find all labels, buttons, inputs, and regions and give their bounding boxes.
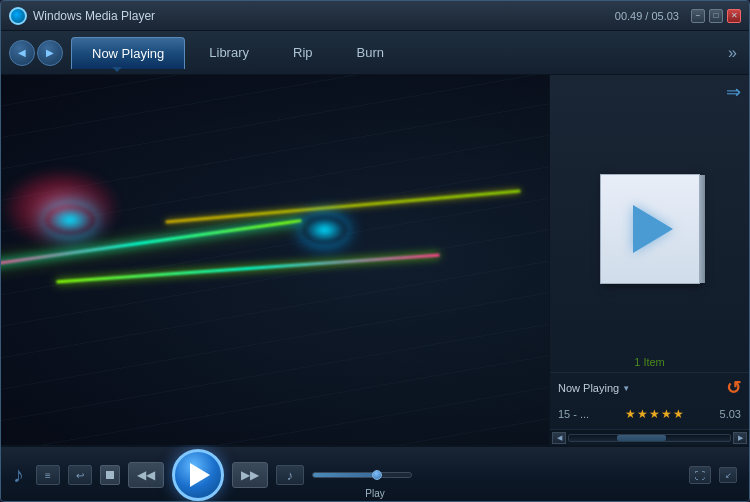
tab-now-playing[interactable]: Now Playing — [71, 37, 185, 69]
back-button[interactable]: ◀ — [9, 40, 35, 66]
chevron-down-icon: ▼ — [622, 384, 630, 393]
stop-button[interactable] — [100, 465, 120, 485]
star-2: ★ — [637, 407, 648, 421]
mini-mode-button[interactable]: ↙ — [719, 467, 737, 483]
track-row: 15 - ... ★ ★ ★ ★ ★ 5.03 — [550, 403, 749, 429]
sidebar-panel: ⇒ 1 Item Now Playing ▼ ↺ 15 - ... ★ ★ — [549, 75, 749, 445]
title-bar-right: 00.49 / 05.03 − □ ✕ — [615, 9, 741, 23]
play-icon — [190, 463, 210, 487]
visualization-canvas — [1, 75, 549, 445]
repeat-button[interactable]: ↩ — [68, 465, 92, 485]
scroll-thumb — [617, 435, 665, 441]
volume-fill — [313, 473, 377, 477]
tab-rip[interactable]: Rip — [273, 37, 333, 69]
play-button[interactable] — [172, 449, 224, 501]
tab-burn[interactable]: Burn — [337, 37, 404, 69]
main-area: ⇒ 1 Item Now Playing ▼ ↺ 15 - ... ★ ★ — [1, 75, 749, 445]
previous-button[interactable]: ◀◀ — [128, 462, 164, 488]
volume-button[interactable]: ♪ — [276, 465, 304, 485]
shuffle-button[interactable]: ↺ — [726, 377, 741, 399]
sidebar-top: ⇒ — [550, 75, 749, 107]
stop-icon — [106, 471, 114, 479]
app-title: Windows Media Player — [33, 9, 155, 23]
album-play-icon — [633, 205, 673, 253]
title-bar: Windows Media Player 00.49 / 05.03 − □ ✕ — [1, 1, 749, 31]
title-bar-left: Windows Media Player — [9, 7, 155, 25]
app-window: Windows Media Player 00.49 / 05.03 − □ ✕… — [0, 0, 750, 502]
sidebar-expand-icon[interactable]: ⇒ — [726, 81, 741, 103]
item-count: 1 Item — [550, 350, 749, 372]
fullscreen-button[interactable]: ⛶ — [689, 466, 711, 484]
window-controls: − □ ✕ — [691, 9, 741, 23]
now-playing-dropdown[interactable]: Now Playing ▼ — [558, 382, 630, 394]
tab-library[interactable]: Library — [189, 37, 269, 69]
minimize-button[interactable]: − — [691, 9, 705, 23]
forward-button[interactable]: ▶ — [37, 40, 63, 66]
nav-arrows: ◀ ▶ — [9, 40, 63, 66]
star-4: ★ — [661, 407, 672, 421]
more-options-button[interactable]: » — [724, 40, 741, 66]
track-name: 15 - ... — [558, 408, 589, 420]
next-button[interactable]: ▶▶ — [232, 462, 268, 488]
album-art — [600, 174, 700, 284]
volume-slider[interactable] — [312, 472, 412, 478]
star-5: ★ — [673, 407, 684, 421]
track-duration: 5.03 — [720, 408, 741, 420]
time-display: 00.49 / 05.03 — [615, 10, 679, 22]
viz-cyan-blob-2 — [302, 216, 347, 244]
star-rating[interactable]: ★ ★ ★ ★ ★ — [625, 407, 684, 421]
scroll-right-button[interactable]: ▶ — [733, 432, 747, 444]
wmp-logo-icon — [9, 7, 27, 25]
now-playing-row: Now Playing ▼ ↺ — [550, 372, 749, 403]
star-3: ★ — [649, 407, 660, 421]
viz-lines-bg — [1, 75, 549, 445]
volume-thumb — [372, 470, 382, 480]
video-area — [1, 75, 549, 445]
play-label: Play — [365, 488, 384, 499]
album-art-area — [550, 107, 749, 350]
close-button[interactable]: ✕ — [727, 9, 741, 23]
star-1: ★ — [625, 407, 636, 421]
viz-cyan-blob-1 — [45, 205, 95, 235]
nav-bar: ◀ ▶ Now Playing Library Rip Burn » — [1, 31, 749, 75]
music-note-icon: ♪ — [13, 462, 24, 488]
sidebar-scrollbar[interactable]: ◀ ▶ — [550, 429, 749, 445]
scroll-left-button[interactable]: ◀ — [552, 432, 566, 444]
equalizer-button[interactable]: ≡ — [36, 465, 60, 485]
maximize-button[interactable]: □ — [709, 9, 723, 23]
scroll-track — [568, 434, 731, 442]
